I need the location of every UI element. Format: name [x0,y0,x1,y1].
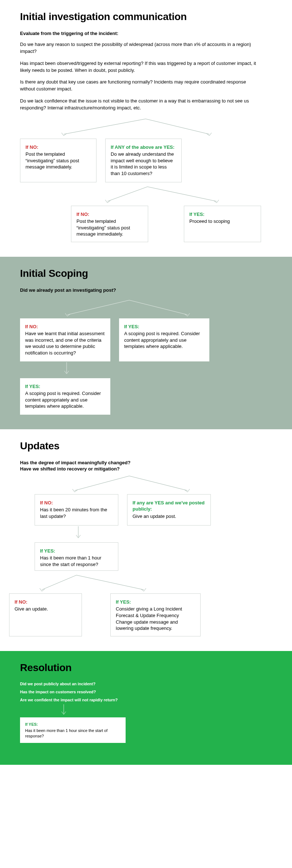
cond-label: If NO: [76,211,143,218]
eval-q1: Do we have any reason to suspect the pos… [20,41,260,55]
section-title: Initial investigation communication [20,11,272,23]
res-q2: Has the impact on customers resolved? [20,690,272,694]
card-body: Has it been more than 1 hour since the s… [40,555,113,567]
cond-label: If NO: [25,323,105,330]
card-body: Give an update. [15,606,76,612]
section-title: Updates [20,440,272,452]
cond-label: If YES: [25,383,105,390]
section-resolution: Resolution Did we post publicly about an… [0,651,292,765]
drop-connector [63,361,272,378]
card-body: A scoping post is required. Consider con… [124,330,204,350]
section-title: Resolution [20,662,272,674]
row-1: If NO: Post the templated “investigating… [20,139,272,182]
card-body: Do we already understand the impact well… [111,151,176,177]
res-q3: Are we confident the impact will not rap… [20,698,272,702]
section-scoping: Initial Scoping Did we already post an i… [0,257,292,429]
card-res-yes: If YES: Has it been more than 1 hour sin… [20,717,126,743]
cond-label: If YES: [25,722,121,727]
card-if-no-2: If NO: Post the templated “investigating… [71,206,148,242]
fork-connector [20,117,272,139]
card-body: Has it been more than 1 hour since the s… [25,728,121,739]
card-upd-no-2: If NO: Give an update. [9,593,82,636]
card-scope-yes: If YES: A scoping post is required. Cons… [119,318,209,361]
card-body: Post the templated “investigating” statu… [76,218,143,237]
card-body: Consider giving a Long Incident Forecast… [116,606,195,631]
drop-connector [75,526,272,542]
card-body: Have we learnt that initial assessment w… [25,330,105,356]
fork-connector [20,298,272,318]
res-q1: Did we post publicly about an incident? [20,682,272,686]
card-if-no-1: If NO: Post the templated “investigating… [20,139,96,182]
eval-q4: Do we lack confidence that the issue is … [20,98,260,112]
card-upd-yes: If any are YES and we've posted publicly… [127,494,211,526]
row-2: If NO: Post the templated “investigating… [71,206,272,242]
updates-q1: Has the degree of impact meaningfully ch… [20,460,272,465]
section-investigation: Initial investigation communication Eval… [0,0,292,257]
cond-label: If any are YES and we've posted publicly… [133,500,205,512]
cond-label: If ANY of the above are YES: [111,144,176,151]
updates-q2: Have we shifted into recovery or mitigat… [20,466,272,472]
section-title: Initial Scoping [20,268,272,279]
card-body: Post the templated “investigating” statu… [25,151,91,170]
card-scope-no: If NO: Have we learnt that initial asses… [20,318,110,361]
card-upd-no: If NO: Has it been 20 minutes from the l… [35,494,118,526]
card-body: Has it been 20 minutes from the last upd… [40,507,113,519]
cond-label: If NO: [15,599,76,605]
card-upd-yes-3: If YES: Consider giving a Long Incident … [110,593,201,636]
drop-connector [60,704,272,717]
section-updates: Updates Has the degree of impact meaning… [0,429,292,651]
card-upd-yes-2: If YES: Has it been more than 1 hour sin… [35,542,118,571]
eval-q3: Is there any doubt that key use cases ar… [20,79,260,93]
cond-label: If YES: [189,211,256,218]
fork-connector-2 [71,185,272,206]
evaluate-subhead: Evaluate from the triggering of the inci… [20,31,272,36]
card-if-any-yes: If ANY of the above are YES: Do we alrea… [105,139,182,182]
card-body: Give an update post. [133,513,205,520]
cond-label: If YES: [116,599,195,605]
fork-connector-2 [20,573,272,593]
eval-q2: Has impact been observed/triggered by ex… [20,60,260,74]
card-if-yes-proceed: If YES: Proceed to scoping [184,206,261,242]
row-upd-2: If NO: Give an update. If YES: Consider … [9,593,272,636]
fork-connector [20,474,272,494]
row-scoping-1: If NO: Have we learnt that initial asses… [20,318,272,361]
card-body: Proceed to scoping [189,218,256,225]
row-upd-1: If NO: Has it been 20 minutes from the l… [35,494,272,526]
cond-label: If NO: [25,144,91,151]
cond-label: If YES: [124,323,204,330]
card-body: A scoping post is required. Consider con… [25,390,105,410]
cond-label: If YES: [40,548,113,554]
scoping-question: Did we already post an investigating pos… [20,287,272,293]
card-scope-yes-2: If YES: A scoping post is required. Cons… [20,378,110,415]
cond-label: If NO: [40,500,113,506]
